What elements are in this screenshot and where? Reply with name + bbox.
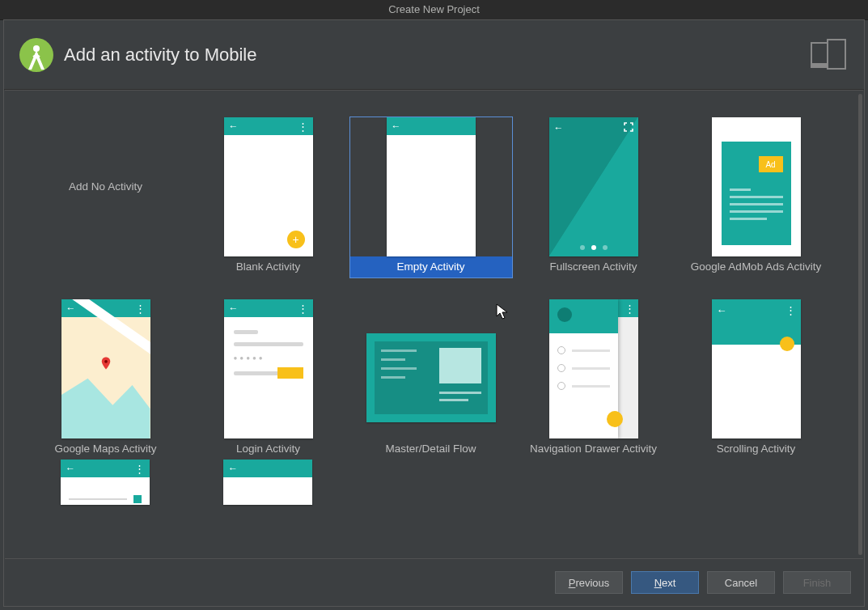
avatar-icon [557,307,572,322]
template-settings-activity[interactable] [24,460,187,505]
template-caption: Google Maps Activity [25,438,187,460]
template-gallery-viewport: Add No Activity+Blank ActivityEmpty Acti… [5,90,863,559]
login-submit-icon [277,367,303,379]
wizard-dialog: Add an activity to Mobile Add No Activit… [3,19,865,607]
template-thumbnail [61,299,150,438]
overflow-menu-icon [135,303,146,315]
template-caption: Add No Activity [25,176,187,197]
template-scrolling-activity[interactable]: ←⋮Scrolling Activity [675,277,837,460]
overflow-menu-icon [134,463,145,475]
form-factor-icon [811,42,846,68]
next-rest: ext [662,577,675,589]
template-thumbnail: + [224,117,313,256]
window-titlebar: Create New Project [0,0,868,20]
template-tabbed-activity[interactable] [187,460,349,505]
overflow-menu-icon [298,303,308,315]
template-master-detail-flow[interactable]: Master/Detail Flow [349,277,512,460]
admob-badge: Ad [759,156,783,172]
template-blank-activity[interactable]: +Blank Activity [187,95,349,277]
template-caption: Navigation Drawer Activity [513,438,675,460]
back-arrow-icon: ← [554,122,564,134]
template-navigation-drawer[interactable]: ⋮Navigation Drawer Activity [512,277,675,460]
template-fullscreen-activity[interactable]: ←Fullscreen Activity [512,95,675,277]
previous-rest: revious [575,577,609,589]
back-arrow-icon [229,121,239,132]
svg-point-2 [104,360,108,363]
template-caption: Login Activity [188,438,349,460]
next-button[interactable]: Next [631,571,699,594]
template-thumbnail: ⋮ [549,299,638,438]
template-thumbnail [61,460,150,558]
wizard-title: Add an activity to Mobile [64,44,256,66]
next-mnemonic: N [654,577,662,589]
map-pin-icon [99,356,113,371]
fab-icon [780,337,794,351]
template-login-activity[interactable]: ●●●●●Login Activity [187,277,349,460]
template-caption: Empty Activity [350,256,512,277]
fab-icon: + [287,231,305,248]
template-caption: Fullscreen Activity [513,256,675,277]
template-thumbnail: Ad [712,117,801,256]
overflow-menu-icon [298,121,308,133]
template-add-no-activity[interactable]: Add No Activity [24,95,187,277]
android-studio-logo-icon [19,37,54,73]
finish-button: Finish [783,571,851,594]
back-arrow-icon [228,463,238,474]
template-caption: Blank Activity [188,256,349,277]
template-google-maps-activity[interactable]: Google Maps Activity [24,277,187,460]
template-caption: Scrolling Activity [675,438,837,460]
password-dots-icon: ●●●●● [234,354,303,362]
template-empty-activity[interactable]: Empty Activity [349,95,512,277]
wizard-header: Add an activity to Mobile [4,20,864,90]
overflow-menu-icon: ⋮ [785,304,796,316]
fullscreen-expand-icon [624,122,633,134]
overflow-menu-icon: ⋮ [625,303,635,315]
back-arrow-icon [66,463,75,474]
template-gallery: Add No Activity+Blank ActivityEmpty Acti… [5,91,857,558]
back-arrow-icon: ← [717,304,727,316]
back-arrow-icon [66,303,76,314]
cancel-button[interactable]: Cancel [707,571,775,594]
template-thumbnail: ← [549,117,638,256]
gallery-scrollbar[interactable] [858,94,862,555]
checkbox-icon [133,495,142,503]
template-caption: Master/Detail Flow [350,438,512,460]
template-thumbnail: ←⋮ [712,299,801,438]
back-arrow-icon [229,303,239,314]
template-thumbnail [366,299,496,438]
template-thumbnail [387,117,476,256]
template-thumbnail [223,460,312,558]
wizard-footer: Previous Next Cancel Finish [4,559,864,606]
previous-button[interactable]: Previous [555,571,623,594]
template-thumbnail: ●●●●● [224,299,313,438]
template-admob-activity[interactable]: AdGoogle AdMob Ads Activity [675,95,837,277]
template-caption: Google AdMob Ads Activity [675,256,837,277]
back-arrow-icon [392,121,401,132]
